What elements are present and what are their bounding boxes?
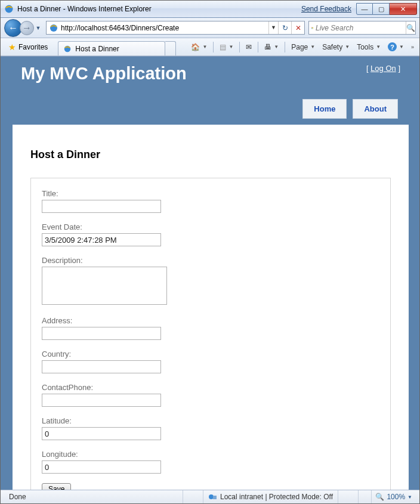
save-button[interactable]: Save <box>42 483 71 490</box>
logon-link[interactable]: Log On <box>370 64 396 73</box>
close-button[interactable]: ✕ <box>390 3 417 15</box>
title-input[interactable] <box>42 200 161 213</box>
address-dropdown[interactable]: ▼ <box>268 21 278 34</box>
refresh-button[interactable]: ↻ <box>278 21 291 34</box>
latitude-label: Latitude: <box>42 416 379 425</box>
description-input[interactable] <box>42 267 167 305</box>
zoom-control[interactable]: 🔍 100% ▼ <box>371 490 416 503</box>
svg-rect-2 <box>311 27 312 27</box>
rss-icon: ▤ <box>220 43 226 51</box>
security-zone[interactable]: Local intranet | Protected Mode: Off <box>203 490 338 503</box>
read-mail-button[interactable]: ✉ <box>243 41 255 54</box>
forward-button[interactable]: → <box>20 21 34 35</box>
page-icon <box>49 23 58 33</box>
form-fieldset: Title: Event Date: Description: Address: <box>30 178 391 490</box>
event-date-label: Event Date: <box>42 222 379 231</box>
window-titlebar: Host a Dinner - Windows Internet Explore… <box>1 1 419 18</box>
svg-rect-5 <box>313 28 313 29</box>
new-tab-button[interactable] <box>165 41 176 55</box>
status-text: Done <box>4 490 183 503</box>
window-title: Host a Dinner - Windows Internet Explore… <box>17 5 152 13</box>
tools-menu[interactable]: Tools▼ <box>354 41 384 54</box>
favorites-button[interactable]: ★ Favorites <box>3 40 53 54</box>
safety-menu[interactable]: Safety▼ <box>319 41 353 54</box>
svg-point-7 <box>209 494 214 499</box>
address-label: Address: <box>42 316 379 325</box>
status-bar: Done Local intranet | Protected Mode: Of… <box>1 490 419 503</box>
mail-icon: ✉ <box>246 43 252 51</box>
star-icon: ★ <box>8 42 16 52</box>
minimize-button[interactable]: — <box>356 3 373 15</box>
contact-phone-label: ContactPhone: <box>42 383 379 392</box>
longitude-input[interactable] <box>42 460 161 474</box>
navigation-bar: ← → ▼ ▼ ↻ ✕ 🔍 <box>1 18 419 38</box>
zone-icon <box>208 492 218 502</box>
help-button[interactable]: ?▼ <box>385 40 407 54</box>
longitude-label: Longitude: <box>42 450 379 459</box>
url-input[interactable] <box>61 21 268 34</box>
zoom-icon: 🔍 <box>375 493 384 501</box>
tab-title: Host a Dinner <box>75 45 119 53</box>
maximize-button[interactable]: ▢ <box>373 3 390 15</box>
search-go-button[interactable]: 🔍 <box>406 21 415 34</box>
nav-about[interactable]: About <box>353 99 398 119</box>
print-icon: 🖶 <box>264 43 271 51</box>
home-icon: 🏠 <box>191 43 200 51</box>
home-button[interactable]: 🏠▼ <box>188 41 210 54</box>
login-section: [ Log On ] <box>366 64 400 84</box>
send-feedback-link[interactable]: Send Feedback <box>301 5 351 13</box>
svg-rect-3 <box>313 27 313 27</box>
svg-rect-4 <box>311 28 312 29</box>
page-menu[interactable]: Page▼ <box>288 41 318 54</box>
help-icon: ? <box>388 42 397 51</box>
description-label: Description: <box>42 256 379 265</box>
content-area: Host a Dinner Title: Event Date: Descrip… <box>13 125 409 490</box>
ie-icon <box>63 45 72 53</box>
expand-toolbar-button[interactable]: » <box>408 42 417 52</box>
search-input[interactable] <box>316 21 406 34</box>
page-scroll[interactable]: My MVC Application [ Log On ] Home About… <box>1 57 419 490</box>
feeds-button[interactable]: ▤▼ <box>217 41 236 54</box>
event-date-input[interactable] <box>42 233 161 246</box>
print-button[interactable]: 🖶▼ <box>261 41 282 54</box>
page-heading: Host a Dinner <box>30 149 391 161</box>
command-bar: ★ Favorites Host a Dinner 🏠▼ ▤▼ ✉ 🖶▼ Pag… <box>1 38 419 56</box>
svg-rect-8 <box>213 496 217 499</box>
country-input[interactable] <box>42 360 161 373</box>
favorites-label: Favorites <box>18 43 48 51</box>
stop-button[interactable]: ✕ <box>291 21 304 34</box>
contact-phone-input[interactable] <box>42 394 161 407</box>
app-title: My MVC Application <box>21 64 187 84</box>
zoom-value: 100% <box>387 493 405 501</box>
nav-home[interactable]: Home <box>302 99 347 119</box>
address-input[interactable] <box>42 327 161 340</box>
viewport: My MVC Application [ Log On ] Home About… <box>1 56 419 490</box>
browser-tab[interactable]: Host a Dinner <box>58 41 165 55</box>
title-label: Title: <box>42 189 379 198</box>
address-bar[interactable]: ▼ ↻ ✕ <box>46 21 305 35</box>
windows-flag-icon <box>311 23 313 33</box>
ie-icon <box>4 4 14 14</box>
nav-history-dropdown[interactable]: ▼ <box>34 25 42 31</box>
country-label: Country: <box>42 350 379 358</box>
latitude-input[interactable] <box>42 427 161 440</box>
search-bar[interactable]: 🔍 <box>308 21 416 35</box>
